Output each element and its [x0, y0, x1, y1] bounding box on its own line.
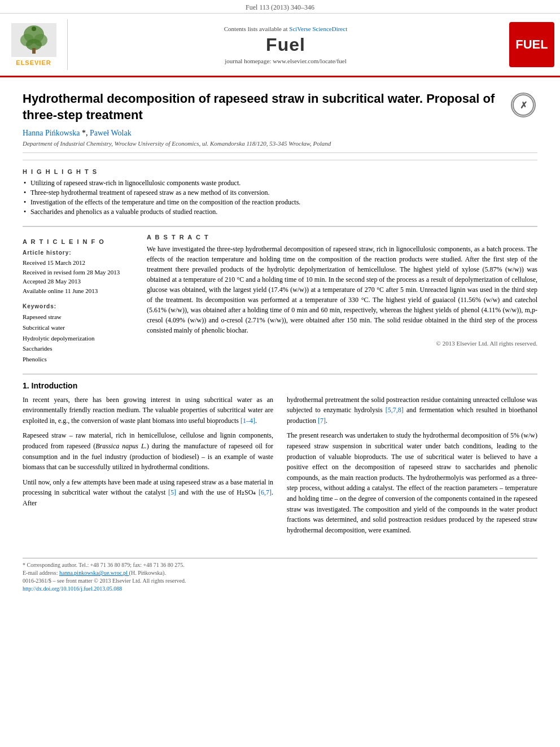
- highlight-item-1: Utilizing of rapeseed straw-rich in lign…: [23, 178, 537, 188]
- intro-para-1: In recent years, there has been growing …: [23, 395, 273, 426]
- author1-footnote: *: [80, 129, 86, 137]
- cite-5-7-8[interactable]: [5,7,8]: [386, 406, 404, 414]
- sciverse-link[interactable]: SciVerse ScienceDirect: [289, 25, 347, 32]
- intro-heading: 1. Introduction: [23, 381, 537, 390]
- available-date: Available online 11 June 2013: [23, 286, 135, 296]
- keyword-3: Hydrolytic depolymerization: [23, 333, 135, 344]
- copyright-line: © 2013 Elsevier Ltd. All rights reserved…: [147, 340, 537, 347]
- homepage-line: journal homepage: www.elsevier.com/locat…: [225, 58, 347, 64]
- intro-para-3: Until now, only a few attempts have been…: [23, 477, 273, 509]
- article-history-block: Received 15 March 2012 Received in revis…: [23, 258, 135, 295]
- email-label: E-mail address:: [23, 570, 58, 576]
- elsevier-label: ELSEVIER: [16, 59, 51, 66]
- email-link[interactable]: hanna.pinkowska@ue.wroc.pl: [59, 570, 129, 576]
- highlight-item-3: Investigation of the effects of the temp…: [23, 198, 537, 207]
- intro-title: Introduction: [32, 381, 78, 390]
- cite-5[interactable]: [5]: [168, 488, 176, 496]
- highlights-section: H I G H L I G H T S Utilizing of rapesee…: [23, 160, 537, 226]
- fuel-logo: FUEL: [509, 22, 554, 67]
- keyword-5: Phenolics: [23, 354, 135, 365]
- corresponding-author-footnote: * Corresponding author. Tel.: +48 71 36 …: [23, 562, 537, 568]
- highlights-list: Utilizing of rapeseed straw-rich in lign…: [23, 178, 537, 217]
- svg-text:✗: ✗: [520, 101, 527, 110]
- email-suffix: (H. Pińkowska).: [129, 570, 166, 576]
- contents-text: Contents lists available at: [224, 25, 288, 32]
- article-info-column: A R T I C L E I N F O Article history: R…: [23, 234, 135, 364]
- keyword-4: Saccharides: [23, 343, 135, 354]
- elsevier-logo-block: ELSEVIER: [0, 19, 68, 70]
- abstract-section-label: A B S T R A C T: [147, 234, 537, 241]
- abstract-text: We have investigated the three-step hydr…: [147, 244, 537, 335]
- author1-name: Hanna Pińkowska: [23, 129, 80, 137]
- intro-divider: [23, 374, 537, 374]
- footnote-sym: *: [23, 562, 27, 568]
- article-history-title: Article history:: [23, 250, 135, 256]
- cite-7[interactable]: [7]: [318, 417, 326, 425]
- journal-center-block: Contents lists available at SciVerse Sci…: [68, 19, 504, 70]
- journal-ref-topbar: Fuel 113 (2013) 340–346: [0, 0, 560, 14]
- intro-number: 1.: [23, 381, 32, 390]
- journal-header: ELSEVIER Contents lists available at Sci…: [0, 14, 560, 77]
- article-title: Hydrothermal decomposition of rapeseed s…: [23, 91, 509, 123]
- received-revised-date: Received in revised form 28 May 2013: [23, 268, 135, 277]
- homepage-text: journal homepage: www.elsevier.com/locat…: [225, 58, 347, 64]
- journal-ref-text: Fuel 113 (2013) 340–346: [246, 3, 314, 11]
- body-col-left: In recent years, there has been growing …: [23, 395, 273, 540]
- crossmark-block[interactable]: ✗: [509, 91, 537, 119]
- page-footer: * Corresponding author. Tel.: +48 71 36 …: [23, 558, 537, 592]
- keywords-title: Keywords:: [23, 303, 135, 309]
- highlight-item-2: Three-step hydrothermal treatment of rap…: [23, 188, 537, 198]
- authors-line: Hanna Pińkowska *, Paweł Wolak: [23, 129, 537, 138]
- svg-point-5: [32, 27, 36, 31]
- keyword-2: Subcritical water: [23, 322, 135, 333]
- article-area: Hydrothermal decomposition of rapeseed s…: [0, 77, 560, 551]
- received-date: Received 15 March 2012: [23, 258, 135, 268]
- accepted-date: Accepted 28 May 2013: [23, 277, 135, 286]
- doi-link[interactable]: http://dx.doi.org/10.1016/j.fuel.2013.05…: [23, 586, 122, 592]
- contents-available-line: Contents lists available at SciVerse Sci…: [224, 25, 347, 32]
- body-two-col: In recent years, there has been growing …: [23, 395, 537, 540]
- issn-line: 0016-2361/$ – see front matter © 2013 El…: [23, 578, 537, 584]
- article-info-abstract-columns: A R T I C L E I N F O Article history: R…: [23, 226, 537, 364]
- affiliation-line: Department of Industrial Chemistry, Wroc…: [23, 140, 537, 153]
- cite-1-4[interactable]: [1–4]: [240, 417, 255, 425]
- footnote-text: Corresponding author. Tel.: +48 71 36 80…: [27, 562, 185, 568]
- intro-para-2: Rapeseed straw – raw material, rich in h…: [23, 430, 273, 472]
- highlight-item-4: Saccharides and phenolics as a valuable …: [23, 207, 537, 217]
- journal-title: Fuel: [266, 34, 305, 55]
- elsevier-tree-image: [11, 23, 56, 57]
- email-footnote: E-mail address: hanna.pinkowska@ue.wroc.…: [23, 570, 537, 576]
- cite-6-7[interactable]: [6,7]: [259, 488, 272, 496]
- svg-rect-4: [32, 48, 36, 54]
- author2-name: Paweł Wolak: [90, 129, 132, 137]
- article-info-label: A R T I C L E I N F O: [23, 238, 135, 245]
- species-name: Brassica napus L.: [95, 442, 147, 450]
- crossmark-icon[interactable]: ✗: [511, 93, 536, 117]
- keywords-list: Rapeseed straw Subcritical water Hydroly…: [23, 312, 135, 364]
- doi-line: http://dx.doi.org/10.1016/j.fuel.2013.05…: [23, 586, 537, 592]
- body-col-right: hydrothermal pretreatment the solid post…: [287, 395, 537, 540]
- keyword-1: Rapeseed straw: [23, 312, 135, 322]
- article-title-block: Hydrothermal decomposition of rapeseed s…: [23, 91, 537, 123]
- intro-para-5: The present research was undertaken to s…: [287, 430, 537, 535]
- highlights-section-label: H I G H L I G H T S: [23, 168, 537, 175]
- intro-para-4: hydrothermal pretreatment the solid post…: [287, 395, 537, 426]
- abstract-column: A B S T R A C T We have investigated the…: [147, 234, 537, 364]
- fuel-logo-box: FUEL: [504, 19, 560, 70]
